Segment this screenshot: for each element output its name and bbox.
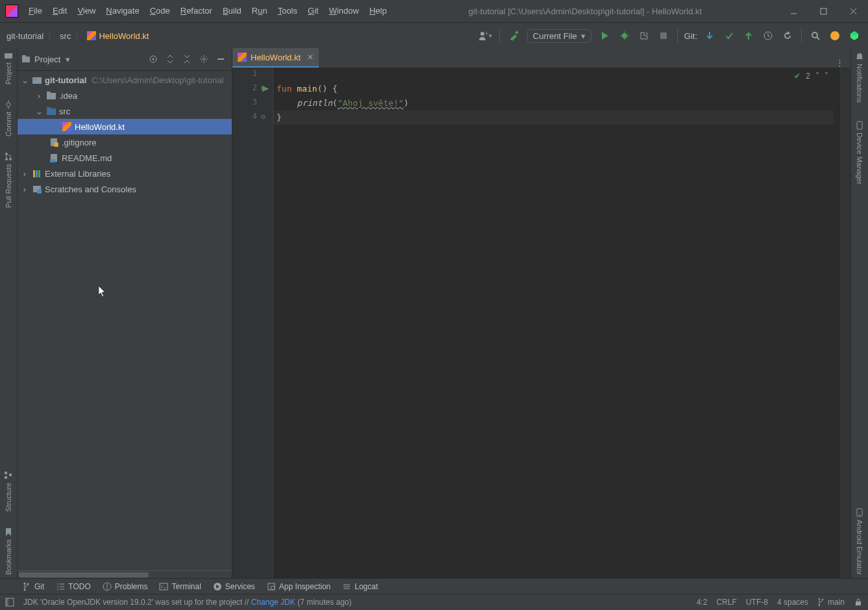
tool-terminal[interactable]: Terminal (159, 582, 201, 591)
tool-device-manager[interactable]: Device Manager (855, 121, 864, 184)
tree-gitignore[interactable]: .gitignore (18, 134, 232, 150)
menu-edit[interactable]: Edit (47, 0, 72, 22)
tool-bookmarks[interactable]: Bookmarks (4, 527, 13, 575)
menu-view[interactable]: View (72, 0, 101, 22)
fold-start-icon[interactable]: ⊖ (260, 84, 266, 92)
tool-pull-requests[interactable]: Pull Requests (4, 152, 13, 208)
tool-structure[interactable]: Structure (4, 471, 13, 512)
menu-help[interactable]: Help (364, 0, 392, 22)
bookmark-icon (4, 527, 13, 537)
menu-run[interactable]: Run (247, 0, 273, 22)
status-encoding[interactable]: UTF-8 (746, 598, 768, 607)
emulator-icon (855, 508, 864, 517)
menu-navigate[interactable]: Navigate (101, 0, 144, 22)
tree-scratches[interactable]: › Scratches and Consoles (18, 181, 232, 197)
status-indent[interactable]: 4 spaces (777, 598, 808, 607)
app-icon (5, 5, 18, 18)
select-opened-file-icon[interactable] (146, 52, 160, 66)
tree-external-libraries[interactable]: › External Libraries (18, 166, 232, 181)
tool-problems[interactable]: Problems (103, 582, 148, 591)
breadcrumb-file[interactable]: HelloWorld.kt (87, 31, 149, 41)
editor-gutter[interactable]: 1 2 3 4 (232, 68, 262, 579)
editor-tabs-more-icon[interactable]: ⋮ (829, 58, 850, 68)
svg-point-7 (622, 33, 627, 38)
expand-all-icon[interactable] (163, 52, 177, 66)
editor-tab-hello[interactable]: HelloWorld.kt ✕ (232, 48, 319, 68)
structure-icon (4, 471, 13, 480)
menu-window[interactable]: Window (324, 0, 364, 22)
svg-point-4 (480, 32, 484, 36)
svg-rect-44 (36, 170, 38, 177)
lock-icon[interactable] (854, 598, 863, 607)
settings-gear-icon[interactable] (197, 52, 211, 66)
svg-rect-42 (50, 159, 55, 162)
window-minimize-button[interactable] (778, 0, 808, 22)
tool-commit[interactable]: Commit (4, 100, 13, 136)
tree-idea-folder[interactable]: › .idea (18, 88, 232, 103)
status-git-branch[interactable]: main (817, 598, 845, 607)
window-maximize-button[interactable] (808, 0, 838, 22)
inspections-widget[interactable]: ✔ 2 ˄ ˅ (794, 71, 828, 81)
menu-build[interactable]: Build (217, 0, 247, 22)
editor-code[interactable]: fun main() { println("Ahoj světe!") } (273, 68, 834, 579)
hide-panel-icon[interactable] (214, 52, 228, 66)
source-folder-icon (46, 106, 56, 116)
debug-button[interactable] (616, 27, 633, 44)
status-menu-icon[interactable] (5, 598, 14, 607)
menu-code[interactable]: Code (145, 0, 175, 22)
menu-git[interactable]: Git (303, 0, 324, 22)
project-panel: Project ▾ ⌄ git-tutorial C:\Users\Admin\… (18, 48, 232, 579)
menu-file[interactable]: File (23, 0, 47, 22)
tree-readme[interactable]: README.md (18, 150, 232, 166)
tool-git[interactable]: Git (22, 582, 44, 591)
status-caret-position[interactable]: 4:2 (697, 598, 708, 607)
add-user-icon[interactable]: +▾ (477, 27, 494, 44)
svg-rect-35 (47, 93, 56, 99)
line-number: 4 (253, 112, 257, 121)
editor-error-stripe[interactable] (841, 68, 850, 579)
git-commit-icon[interactable] (721, 27, 738, 44)
tool-todo[interactable]: TODO (56, 582, 90, 591)
svg-rect-25 (5, 476, 7, 479)
git-pull-icon[interactable] (701, 27, 718, 44)
fold-end-icon[interactable]: ⊖ (260, 113, 266, 120)
project-tree[interactable]: ⌄ git-tutorial C:\Users\Admin\Desktop\gi… (18, 71, 232, 570)
tool-app-inspection[interactable]: App Inspection (267, 582, 330, 591)
svg-point-64 (819, 605, 820, 606)
ide-updates-icon[interactable] (826, 27, 843, 44)
device-icon (855, 121, 864, 130)
line-number: 1 (253, 69, 257, 78)
jetbrains-toolbox-icon[interactable] (846, 27, 863, 44)
git-history-icon[interactable] (760, 27, 776, 44)
tool-logcat[interactable]: Logcat (342, 582, 378, 591)
tool-notifications[interactable]: Notifications (855, 52, 864, 103)
breadcrumb-project[interactable]: git-tutorial (6, 31, 43, 41)
chevron-up-icon[interactable]: ˄ (815, 71, 819, 81)
search-icon[interactable] (807, 27, 824, 44)
collapse-all-icon[interactable] (180, 52, 194, 66)
chevron-down-icon[interactable]: ˅ (825, 71, 828, 81)
close-tab-icon[interactable]: ✕ (307, 53, 314, 62)
git-push-icon[interactable] (740, 27, 757, 44)
tool-services[interactable]: Services (213, 582, 255, 591)
menu-refactor[interactable]: Refactor (175, 0, 217, 22)
svg-point-53 (27, 583, 29, 585)
coverage-button[interactable] (636, 27, 652, 44)
tool-android-emulator[interactable]: Android Emulator (855, 508, 864, 575)
build-hammer-icon[interactable] (505, 27, 522, 44)
status-line-separator[interactable]: CRLF (717, 598, 737, 607)
project-view-selector[interactable]: Project ▾ (21, 55, 70, 64)
tree-root[interactable]: ⌄ git-tutorial C:\Users\Admin\Desktop\gi… (18, 72, 232, 88)
svg-rect-37 (47, 108, 56, 115)
breadcrumb-src[interactable]: src (60, 31, 71, 41)
run-button[interactable] (597, 27, 614, 44)
window-close-button[interactable] (838, 0, 868, 22)
git-rollback-icon[interactable] (779, 27, 796, 44)
menu-tools[interactable]: Tools (273, 0, 303, 22)
tree-file-hello[interactable]: HelloWorld.kt (18, 119, 232, 134)
change-jdk-link[interactable]: Change JDK (251, 598, 295, 607)
run-config-selector[interactable]: Current File ▾ (527, 29, 591, 43)
stop-button[interactable] (655, 27, 672, 44)
tool-project[interactable]: Project (4, 51, 13, 84)
tree-src-folder[interactable]: ⌄ src (18, 103, 232, 119)
